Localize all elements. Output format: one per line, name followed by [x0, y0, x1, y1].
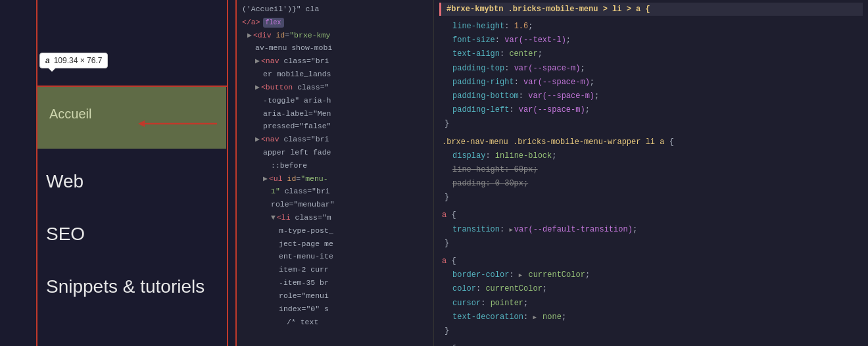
- css-rule-padding-top: padding-top: var(--space-m);: [442, 62, 863, 76]
- css-block-5: a { -webkit-text-decoration-skip: object…: [439, 342, 863, 346]
- preview-panel: a 109.34 × 76.7 Accueil Web SEO Snippets…: [0, 0, 237, 346]
- css-selector-3: a {: [442, 209, 863, 222]
- css-rule-padding-left: padding-left: var(--space-m);: [442, 103, 863, 117]
- css-rule-transition: transition: ▶var(--default-transition);: [442, 223, 863, 237]
- html-line-19: ject-page me: [237, 237, 433, 251]
- css-block-3: a { transition: ▶var(--default-transitio…: [439, 209, 863, 251]
- html-line-25: /* text: [237, 316, 433, 329]
- css-close-brace-2: }: [442, 191, 863, 205]
- css-top-selector: #brxe-kmybtn .bricks-mobile-menu > li > …: [439, 3, 863, 16]
- red-arrow: [138, 117, 217, 133]
- css-close-brace-1: }: [442, 117, 863, 131]
- css-selector-text: #brxe-kmybtn .bricks-mobile-menu > li > …: [446, 5, 650, 14]
- css-rule-border-color: border-color: ▶ currentColor;: [442, 268, 863, 282]
- html-line-23: role="menui: [237, 289, 433, 303]
- html-line-7: ▶<button class=": [237, 81, 433, 94]
- html-line-8: -toggle" aria-h: [237, 94, 433, 107]
- html-line-24: index="0" s: [237, 303, 433, 316]
- css-rule-lh-strikethrough: line-height: 60px;: [442, 163, 863, 177]
- html-line-14: ▶<ul id="menu-: [237, 172, 433, 185]
- tooltip-letter: a: [45, 56, 50, 65]
- html-line-11: ▶<nav class="bri: [237, 133, 433, 146]
- html-line-16: role="menubar": [237, 198, 433, 211]
- red-line-horizontal: [36, 86, 227, 87]
- html-line-12: apper left fade: [237, 146, 433, 159]
- html-tree-panel: ('Accueil')}" cla </a>flex ▶<div id="brx…: [237, 0, 434, 346]
- html-line-4: av-menu show-mobi: [237, 41, 433, 55]
- accueil-nav-item: Accueil: [49, 107, 91, 122]
- html-line-2: </a>flex: [237, 16, 433, 29]
- nav-item-web: Web: [46, 171, 205, 192]
- css-rule-color: color: currentColor;: [442, 282, 863, 296]
- html-line-5: ▶<nav class="bri: [237, 55, 433, 68]
- html-line-1: ('Accueil')}" cla: [237, 3, 433, 16]
- css-rule-padding-strikethrough: padding: 0 30px;: [442, 177, 863, 191]
- html-line-21: item-2 curr: [237, 263, 433, 276]
- css-selector-4: a {: [442, 255, 863, 268]
- css-styles-panel: #brxe-kmybtn .bricks-mobile-menu > li > …: [434, 0, 868, 346]
- html-line-15: 1" class="bri: [237, 185, 433, 198]
- svg-marker-1: [138, 120, 145, 127]
- css-rule-cursor: cursor: pointer;: [442, 297, 863, 310]
- nav-menu: Web SEO Snippets & tutoriels: [46, 171, 205, 329]
- css-rule-line-height: line-height: 1.6;: [442, 20, 863, 34]
- css-close-brace-4: }: [442, 324, 863, 338]
- dimension-tooltip: a 109.34 × 76.7: [39, 53, 108, 68]
- tooltip-size: 109.34 × 76.7: [54, 56, 103, 65]
- css-rule-font-size: font-size: var(--text-l);: [442, 34, 863, 47]
- nav-item-seo: SEO: [46, 224, 205, 245]
- html-line-13: ::before: [237, 159, 433, 172]
- red-line-right: [227, 0, 228, 346]
- html-line-9: aria-label="Men: [237, 107, 433, 120]
- red-line-left: [36, 0, 37, 346]
- css-rule-padding-right: padding-right: var(--space-m);: [442, 76, 863, 89]
- html-line-18: m-type-post_: [237, 224, 433, 237]
- css-block-1: line-height: 1.6; font-size: var(--text-…: [439, 20, 863, 132]
- css-rule-text-decoration: text-decoration: ▶ none;: [442, 310, 863, 324]
- html-line-17: ▼<li class="m: [237, 211, 433, 224]
- css-selector-2: .brxe-nav-menu .bricks-mobile-menu-wrapp…: [442, 136, 863, 149]
- html-line-6: er mobile_lands: [237, 68, 433, 81]
- css-selector-5: a {: [442, 342, 863, 346]
- css-block-4: a { border-color: ▶ currentColor; color:…: [439, 255, 863, 338]
- css-close-brace-3: }: [442, 237, 863, 251]
- html-line-20: ent-menu-ite: [237, 250, 433, 263]
- html-line-22: -item-35 br: [237, 276, 433, 289]
- css-rule-text-align: text-align: center;: [442, 47, 863, 61]
- nav-item-snippets: Snippets & tutoriels: [46, 276, 205, 297]
- html-line-3: ▶<div id="brxe-kmy: [237, 29, 433, 42]
- css-rule-display: display: inline-block;: [442, 149, 863, 163]
- css-rule-padding-bottom: padding-bottom: var(--space-m);: [442, 89, 863, 103]
- css-block-2: .brxe-nav-menu .bricks-mobile-menu-wrapp…: [439, 136, 863, 205]
- html-line-10: pressed="false": [237, 120, 433, 133]
